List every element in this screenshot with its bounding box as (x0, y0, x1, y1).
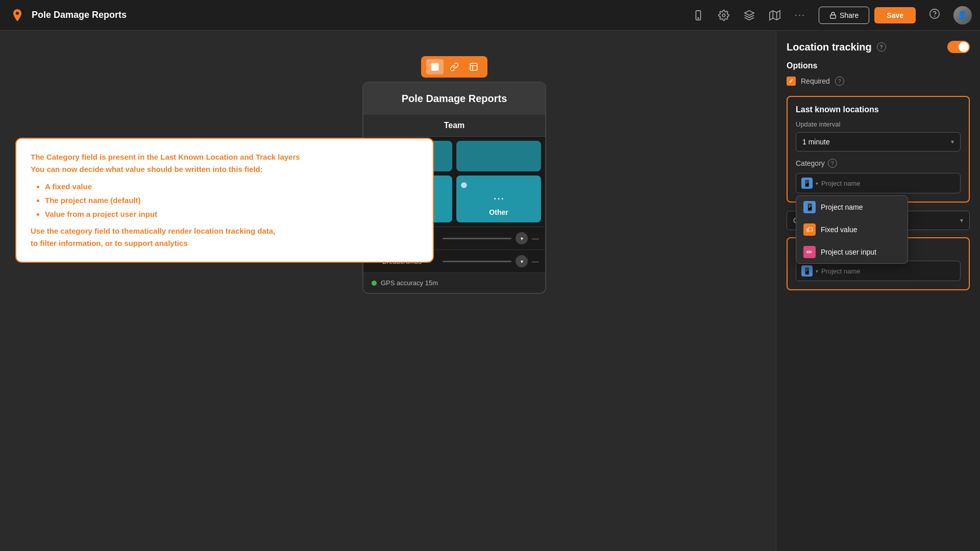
svg-point-1 (698, 17, 699, 18)
topbar-icons: ··· (690, 7, 808, 24)
svg-marker-3 (745, 10, 754, 15)
layers-button[interactable] (741, 7, 758, 24)
svg-rect-7 (830, 15, 836, 18)
breadcrumbs-category-select[interactable]: 📱 ▾ Project name (796, 261, 961, 281)
project-name-icon: 📱 (803, 201, 816, 213)
more-button[interactable]: ··· (792, 7, 808, 23)
category-help-icon[interactable]: ? (828, 159, 837, 168)
user-avatar[interactable]: 👤 (953, 6, 972, 24)
required-row: Required ? (787, 77, 970, 86)
update-interval-dropdown[interactable]: 1 minute ▾ (796, 132, 961, 152)
app-logo (8, 6, 27, 24)
gps-dot (372, 281, 377, 286)
topbar: Pole Damage Reports ··· Share Save 👤 (0, 0, 980, 31)
menu-item-fixed-value[interactable]: 🏷 Fixed value (796, 218, 908, 241)
travel-mode-slider[interactable] (443, 238, 511, 239)
off-chevron-icon: ▾ (960, 217, 963, 224)
svg-rect-10 (431, 63, 438, 70)
category-select[interactable]: 📱 ▾ Project name (796, 173, 961, 193)
category-label: Category ? (796, 159, 837, 168)
tooltip-line3: Use the category field to thematically r… (31, 225, 419, 237)
help-button[interactable] (926, 5, 943, 25)
breadcrumbs-chevron[interactable]: ▾ (516, 255, 528, 267)
last-known-title: Last known locations (796, 105, 961, 114)
svg-marker-4 (770, 10, 780, 19)
menu-item-project-name[interactable]: 📱 Project name (796, 196, 908, 218)
svg-point-8 (930, 9, 939, 18)
options-title: Options (787, 61, 970, 70)
category-menu: 📱 Project name 🏷 Fixed value ✏ Project u… (796, 195, 908, 264)
options-section: Options Required ? (787, 61, 970, 86)
category-selected-value: Project name (821, 180, 955, 187)
gps-text: GPS accuracy 15m (381, 279, 438, 287)
breadcrumbs-icon: 📱 (801, 265, 813, 277)
phone-toolbar (421, 56, 487, 78)
tile-other[interactable]: ⋯ Other (456, 176, 541, 222)
tooltip-line4: to filter information, or to support ana… (31, 237, 419, 249)
breadcrumbs-slider[interactable] (443, 261, 511, 262)
phone-header: Pole Damage Reports (363, 83, 545, 115)
travel-mode-dash: — (532, 234, 539, 242)
page-title: Pole Damage Reports (32, 10, 690, 20)
settings-button[interactable] (715, 7, 732, 24)
topbar-actions: Share Save 👤 (819, 5, 972, 25)
required-help[interactable]: ? (835, 77, 844, 86)
phone-header-title: Pole Damage Reports (372, 93, 537, 105)
phone-toolbar-square[interactable] (426, 59, 444, 74)
mobile-preview-button[interactable] (690, 7, 707, 24)
location-tracking-help[interactable]: ? (877, 42, 886, 52)
category-select-icon: 📱 (801, 178, 813, 189)
share-button[interactable]: Share (819, 7, 869, 24)
phone-toolbar-link[interactable] (446, 59, 463, 74)
location-tracking-toggle[interactable] (947, 41, 970, 53)
category-select-chevron: ▾ (816, 181, 818, 186)
map-button[interactable] (766, 7, 783, 24)
interval-chevron-icon: ▾ (951, 138, 954, 145)
other-icon: ⋯ (493, 192, 504, 205)
svg-point-15 (463, 184, 465, 187)
svg-rect-11 (470, 63, 477, 70)
required-checkbox[interactable] (787, 77, 796, 86)
project-user-input-icon: ✏ (803, 246, 816, 258)
location-tracking-title: Location tracking (787, 41, 872, 53)
menu-item-project-user-input[interactable]: ✏ Project user input (796, 241, 908, 263)
right-sidebar: Location tracking ? Options Required ? L… (776, 31, 980, 551)
phone-footer: GPS accuracy 15m (363, 272, 545, 293)
other-label: Other (489, 208, 508, 216)
required-label: Required (801, 77, 830, 85)
save-button[interactable]: Save (874, 7, 916, 23)
tooltip-bullet2: The project name (default) (45, 193, 419, 207)
tooltip-line2: You can now decide what value should be … (31, 163, 419, 176)
tooltip-line1: The Category field is present in the Las… (31, 151, 419, 163)
update-interval-label: Update interval (796, 120, 961, 128)
tooltip-bullet3: Value from a project user input (45, 207, 419, 221)
category-dropdown-wrapper: 📱 ▾ Project name 📱 Project name 🏷 Fixed … (796, 173, 961, 193)
phone-team-bar: Team (363, 115, 545, 137)
category-row: Category ? (796, 159, 961, 168)
breadcrumbs-value: Project name (821, 267, 955, 275)
last-known-section: Last known locations Update interval 1 m… (787, 96, 970, 203)
travel-mode-chevron[interactable]: ▾ (516, 232, 528, 244)
tooltip-bullet1: A fixed value (45, 180, 419, 193)
breadcrumbs-chevron-icon: ▾ (816, 268, 818, 274)
main-layout: The Category field is present in the Las… (0, 31, 980, 551)
sidebar-header: Location tracking ? (787, 41, 970, 53)
phone-toolbar-frame[interactable] (465, 59, 482, 74)
tooltip-box: The Category field is present in the Las… (15, 138, 434, 263)
svg-point-2 (722, 14, 725, 17)
breadcrumbs-dash: — (532, 257, 539, 265)
fixed-value-icon: 🏷 (803, 223, 816, 236)
center-area: The Category field is present in the Las… (0, 31, 776, 551)
